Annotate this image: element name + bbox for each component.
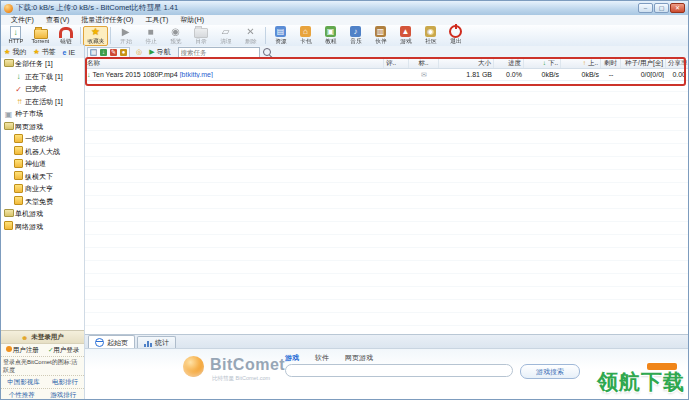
column-comment[interactable]: 评.. bbox=[384, 58, 409, 68]
sidebar-item-active[interactable]: ↑↑ 正在活动 [1] bbox=[1, 96, 84, 109]
sidebar-item-downloading[interactable]: ↓ 正在下载 [1] bbox=[1, 71, 84, 84]
task-site-tag: [btkitty.me] bbox=[180, 71, 213, 78]
ie-item[interactable]: e IE bbox=[63, 49, 76, 56]
title-bar[interactable]: 下载:0 kB/s 上传:0 kB/s - BitComet比特彗星 1.41 … bbox=[1, 1, 688, 16]
bitcomet-brand-text: BitComet bbox=[210, 356, 285, 374]
category-webgames-link[interactable]: 网页游戏 bbox=[345, 353, 373, 363]
game-bag-icon bbox=[14, 146, 23, 155]
chart-icon bbox=[144, 340, 152, 347]
ie-icon: e bbox=[63, 49, 67, 56]
sidebar-group-webgames[interactable]: 网页游戏 bbox=[1, 121, 84, 134]
sidebar-item-pc-games[interactable]: 单机游戏 bbox=[1, 208, 84, 221]
green-arrow-icon[interactable]: ↓ bbox=[100, 49, 107, 56]
stop-task-button[interactable]: ■ 停止 bbox=[138, 26, 163, 46]
magnet-link-button[interactable]: 磁链 bbox=[53, 26, 78, 46]
tutorial-button[interactable]: ▣ 教程 bbox=[318, 26, 343, 46]
exit-button[interactable]: 退出 bbox=[443, 26, 468, 46]
layout-grid-icon[interactable]: ▦ bbox=[90, 49, 97, 56]
sidebar-item-game-2[interactable]: 机器人大战 bbox=[1, 146, 84, 159]
close-button[interactable]: ✕ bbox=[670, 3, 685, 13]
people-icon: ◉ bbox=[425, 26, 436, 37]
task-search-input[interactable] bbox=[181, 49, 257, 56]
tutorial-icon: ▣ bbox=[325, 26, 336, 37]
tab-start-page[interactable]: 起始页 bbox=[88, 335, 135, 349]
new-http-task-button[interactable]: ↓ HTTP bbox=[3, 26, 28, 46]
pen-icon[interactable]: ✎ bbox=[110, 49, 117, 56]
start-task-button[interactable]: ▶ 开始 bbox=[113, 26, 138, 46]
sidebar-item-game-5[interactable]: 商业大亨 bbox=[1, 183, 84, 196]
bottom-tab-bar: 起始页 统计 bbox=[85, 334, 688, 349]
power-icon bbox=[449, 25, 462, 38]
play-icon: ▶ bbox=[122, 26, 130, 37]
search-icon[interactable] bbox=[263, 48, 271, 56]
category-games-link[interactable]: 游戏 bbox=[285, 353, 299, 363]
column-eta[interactable]: 剩时 bbox=[601, 58, 621, 68]
favorites-my-item[interactable]: ★ 我的 bbox=[4, 47, 26, 57]
games-button[interactable]: ▲ 游戏 bbox=[393, 26, 418, 46]
menu-help[interactable]: 帮助(H) bbox=[174, 15, 210, 25]
sidebar-item-game-6[interactable]: 天堂免费 bbox=[1, 196, 84, 209]
favorites-button[interactable]: ★ 收藏夹 bbox=[83, 26, 108, 46]
check-icon: ✓ bbox=[14, 85, 23, 94]
sidebar-item-online-games[interactable]: 网络游戏 bbox=[1, 221, 84, 234]
lamp-icon[interactable]: ◎ bbox=[136, 48, 142, 56]
column-size[interactable]: 大小 bbox=[439, 58, 494, 68]
nav-item[interactable]: ▶ 导航 bbox=[149, 47, 170, 57]
cards-button[interactable]: ⌂ 卡包 bbox=[293, 26, 318, 46]
empty-list-rows bbox=[85, 79, 688, 333]
login-link[interactable]: ✓用户登录 bbox=[48, 346, 79, 355]
task-peers: 0/0[0/0] bbox=[621, 71, 666, 78]
open-torrent-button[interactable]: Torrent bbox=[28, 26, 53, 46]
register-icon bbox=[6, 346, 12, 352]
task-search-box[interactable] bbox=[178, 47, 260, 58]
clean-button[interactable]: ▱ 清理 bbox=[213, 26, 238, 46]
task-category-sidebar: 全部任务 [1] ↓ 正在下载 [1] ✓ 已完成 ↑↑ 正在活动 [1] ▣ … bbox=[1, 58, 85, 399]
category-software-link[interactable]: 软件 bbox=[315, 353, 329, 363]
paw-icon[interactable]: ● bbox=[120, 49, 127, 56]
partner-button[interactable]: ▥ 伙伴 bbox=[368, 26, 393, 46]
user-panel: ☻ 未登录用户 用户注册 ✓用户登录 登录点亮BitComet的图标:活跃度 中… bbox=[1, 330, 84, 399]
main-toolbar: ↓ HTTP Torrent 磁链 ★ 收藏夹 ▶ 开始 ■ 停止 ◉ 预览 bbox=[1, 25, 688, 47]
task-list-header: 名称 评.. 标.. 大小 进度 ↓ 下.. ↑ 上.. 剩时 种子/用户[全]… bbox=[85, 58, 688, 69]
column-name[interactable]: 名称 bbox=[85, 58, 384, 68]
sidebar-item-game-3[interactable]: 神仙道 bbox=[1, 158, 84, 171]
game-rank-link[interactable]: 游戏排行 bbox=[50, 391, 76, 399]
open-folder-button[interactable]: 目录 bbox=[188, 26, 213, 46]
community-button[interactable]: ◉ 社区 bbox=[418, 26, 443, 46]
column-tag[interactable]: 标.. bbox=[409, 58, 439, 68]
menu-batch[interactable]: 批量进行任务(O) bbox=[75, 15, 139, 25]
column-progress[interactable]: 进度 bbox=[494, 58, 524, 68]
maximize-button[interactable]: ▢ bbox=[654, 3, 669, 13]
startpage-search-input[interactable] bbox=[292, 371, 506, 382]
task-progress: 0.0% bbox=[494, 71, 524, 78]
column-share-ratio[interactable]: 分享率 bbox=[666, 58, 688, 68]
column-download-speed[interactable]: ↓ 下.. bbox=[524, 58, 561, 68]
task-share-ratio: 0.00 bbox=[666, 71, 688, 78]
resources-button[interactable]: ▤ 资源 bbox=[268, 26, 293, 46]
menu-tools[interactable]: 工具(T) bbox=[139, 15, 174, 25]
sidebar-item-torrent-market[interactable]: ▣ 种子市场 bbox=[1, 108, 84, 121]
game-bag-icon bbox=[14, 134, 23, 143]
sidebar-item-game-4[interactable]: 纵横天下 bbox=[1, 171, 84, 184]
startpage-search-categories: 游戏 软件 网页游戏 bbox=[285, 353, 373, 363]
movie-library-link[interactable]: 中国影视库 bbox=[7, 378, 40, 387]
sidebar-item-finished[interactable]: ✓ 已完成 bbox=[1, 83, 84, 96]
movie-rank-link[interactable]: 电影排行 bbox=[52, 378, 78, 387]
music-button[interactable]: ♪ 音乐 bbox=[343, 26, 368, 46]
sidebar-item-all-tasks[interactable]: 全部任务 [1] bbox=[1, 58, 84, 71]
minimize-button[interactable]: – bbox=[638, 3, 653, 13]
personal-recommend-link[interactable]: 个性推荐 bbox=[9, 391, 35, 399]
preview-button[interactable]: ◉ 预览 bbox=[163, 26, 188, 46]
bookmarks-item[interactable]: ★ 书签 bbox=[33, 47, 55, 57]
delete-task-button[interactable]: ✕ 删除 bbox=[238, 26, 263, 46]
globe-icon bbox=[95, 338, 104, 347]
register-link[interactable]: 用户注册 bbox=[6, 346, 39, 355]
column-peers[interactable]: 种子/用户[全] bbox=[621, 58, 666, 68]
sidebar-item-game-1[interactable]: 一统乾坤 bbox=[1, 133, 84, 146]
startpage-search-box[interactable] bbox=[285, 364, 513, 377]
bitcomet-tagline: 比特彗星 BitComet.com bbox=[212, 375, 270, 382]
menu-file[interactable]: 文件(F) bbox=[5, 15, 40, 25]
column-upload-speed[interactable]: ↑ 上.. bbox=[561, 58, 601, 68]
menu-view[interactable]: 查看(V) bbox=[40, 15, 75, 25]
startpage-search-button[interactable]: 游戏搜索 bbox=[520, 364, 580, 379]
